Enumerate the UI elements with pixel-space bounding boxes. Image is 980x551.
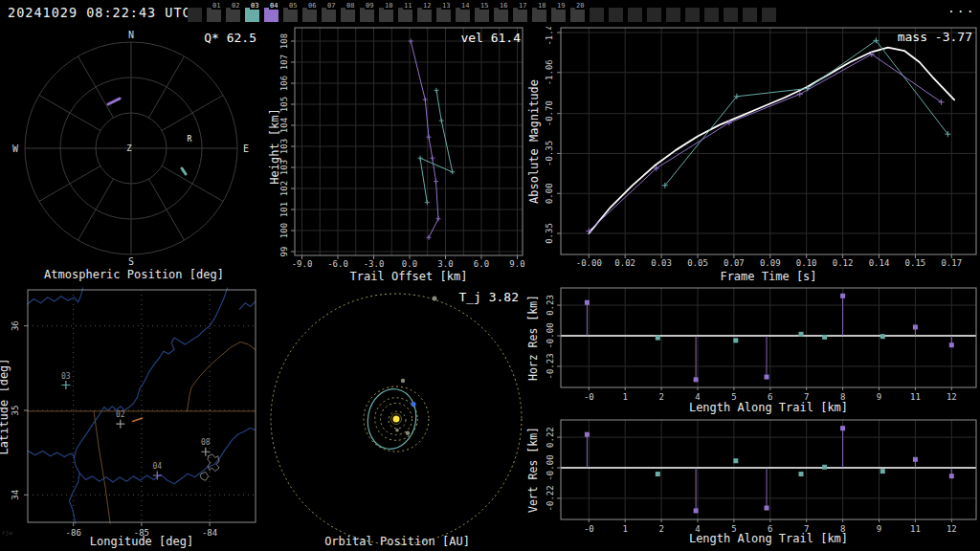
camera-tab-17[interactable] <box>513 8 527 22</box>
camera-tab-blank-28[interactable] <box>724 8 738 22</box>
camera-tab-label: 07 <box>326 2 336 10</box>
svg-text:0.0: 0.0 <box>402 259 417 269</box>
camera-tab-label: 12 <box>422 2 432 10</box>
svg-text:0.00: 0.00 <box>545 183 554 204</box>
svg-text:36: 36 <box>11 320 20 331</box>
top-bar: 20241029 08:22:43 UTC 010203040506070809… <box>0 0 980 27</box>
svg-text:-9.0: -9.0 <box>292 259 313 269</box>
svg-text:-0.00: -0.00 <box>546 322 555 348</box>
camera-tab-blank-22[interactable] <box>609 8 623 22</box>
longitude-xlabel: Longitude [deg] <box>28 535 256 548</box>
camera-tab-blank-23[interactable] <box>628 8 642 22</box>
svg-text:-3.0: -3.0 <box>364 259 385 269</box>
overflow-menu[interactable]: ... <box>947 1 975 15</box>
camera-tab-01[interactable] <box>207 8 221 22</box>
camera-tab-18[interactable] <box>532 8 546 22</box>
svg-text:0.03: 0.03 <box>651 258 672 268</box>
camera-tab-13[interactable] <box>436 8 451 22</box>
panel-atmospheric-position: NSEWZR Q* 62.5 Atmospheric Position [deg… <box>0 27 268 285</box>
camera-tab-14[interactable] <box>456 8 470 22</box>
res-grid <box>561 420 976 519</box>
svg-text:34: 34 <box>11 490 20 500</box>
orbital-position-xlabel: Orbital Position [AU] <box>268 535 526 548</box>
camera-tab-label: 02 <box>231 2 240 10</box>
svg-text:03: 03 <box>61 372 71 381</box>
svg-text:99: 99 <box>279 247 289 257</box>
svg-text:08: 08 <box>201 438 211 447</box>
res-series <box>585 426 954 513</box>
camera-tab-label: 01 <box>212 2 221 10</box>
svg-text:-0.22: -0.22 <box>546 485 555 511</box>
camera-tab-19[interactable] <box>551 8 566 22</box>
svg-text:-1.06: -1.06 <box>545 59 554 85</box>
map-canvas: 03020408-86-85-84363534Latitude [deg] <box>0 285 268 551</box>
horz-res-xlabel: Length Along Trail [km] <box>561 401 976 414</box>
panel-light-curve: -0.000.020.030.050.070.090.100.120.140.1… <box>526 27 980 285</box>
camera-tab-label: 06 <box>307 2 317 10</box>
camera-tab-blank-25[interactable] <box>666 8 680 22</box>
svg-text:107: 107 <box>279 55 289 70</box>
vel-ylabel: Height [km] <box>268 108 281 184</box>
map-frame <box>28 290 256 522</box>
svg-text:106: 106 <box>279 76 289 91</box>
camera-tab-blank-27[interactable] <box>704 8 719 22</box>
svg-text:0.07: 0.07 <box>724 258 745 268</box>
frame-time-xlabel: Frame Time [s] <box>561 270 976 283</box>
camera-tab-label: 10 <box>384 2 393 10</box>
camera-tab-20[interactable] <box>570 8 585 22</box>
camera-tab-15[interactable] <box>475 8 489 22</box>
camera-tab-04[interactable] <box>264 8 278 22</box>
camera-tab-blank-21[interactable] <box>590 8 604 22</box>
camera-tab-08[interactable] <box>341 8 355 22</box>
camera-tab-blank-0[interactable] <box>188 8 202 22</box>
camera-tab-02[interactable] <box>226 8 240 22</box>
polar-markers: R <box>108 99 192 174</box>
svg-text:0.12: 0.12 <box>833 258 854 268</box>
svg-text:Vert Res [km]: Vert Res [km] <box>526 427 540 513</box>
camera-tab-16[interactable] <box>494 8 508 22</box>
camera-tab-09[interactable] <box>360 8 374 22</box>
camera-tab-label: 04 <box>269 2 278 10</box>
sun-dot <box>391 414 402 425</box>
qstar-annotation: Q* 62.5 <box>204 31 256 45</box>
camera-tab-10[interactable] <box>379 8 393 22</box>
rivers <box>28 288 256 523</box>
camera-tab-06[interactable] <box>302 8 317 22</box>
svg-text:0.22: 0.22 <box>546 427 555 448</box>
camera-tab-07[interactable] <box>322 8 336 22</box>
svg-text:-0.35: -0.35 <box>545 141 554 166</box>
panel-horz-residuals: -01245678911120.23-0.00-0.23Horz Res [km… <box>526 285 980 418</box>
tisserand-annotation: T_j 3.82 <box>458 290 519 304</box>
camera-tab-blank-30[interactable] <box>762 8 776 22</box>
res-ticks: -01245678911120.23-0.00-0.23 <box>546 295 957 402</box>
velocity-annotation: vel 61.4 <box>460 31 521 45</box>
camera-tab-blank-24[interactable] <box>647 8 661 22</box>
svg-text:35: 35 <box>11 406 20 416</box>
vel-ticks: -9.0-6.0-3.00.03.06.09.01081071061051041… <box>279 33 525 269</box>
camera-tab-label: 09 <box>365 2 374 10</box>
svg-text:Horz Res [km]: Horz Res [km] <box>526 295 540 381</box>
svg-text:Z: Z <box>126 143 132 153</box>
app-root: 20241029 08:22:43 UTC 010203040506070809… <box>0 0 980 551</box>
svg-text:100: 100 <box>279 223 289 238</box>
camera-tab-blank-29[interactable] <box>743 8 757 22</box>
camera-tab-label: 17 <box>518 2 527 10</box>
map-grid <box>28 290 256 522</box>
svg-text:0.35: 0.35 <box>545 223 554 244</box>
map-ylabel: Latitude [deg] <box>0 358 11 454</box>
camera-tab-11[interactable] <box>398 8 412 22</box>
camera-tab-label: 14 <box>460 2 470 10</box>
svg-text:3.0: 3.0 <box>437 259 453 269</box>
watermark: rjw <box>2 529 12 536</box>
camera-tab-05[interactable] <box>283 8 298 22</box>
camera-tab-blank-26[interactable] <box>685 8 700 22</box>
svg-text:0.17: 0.17 <box>941 258 962 268</box>
svg-text:0.10: 0.10 <box>796 258 817 268</box>
mass-annotation: mass -3.77 <box>898 30 972 44</box>
camera-tab-12[interactable] <box>417 8 432 22</box>
camera-tab-label: 15 <box>479 2 489 10</box>
svg-text:9.0: 9.0 <box>509 259 524 269</box>
camera-tab-03[interactable] <box>245 8 259 22</box>
camera-tab-label: 18 <box>537 2 546 10</box>
earth-dot <box>411 402 415 407</box>
